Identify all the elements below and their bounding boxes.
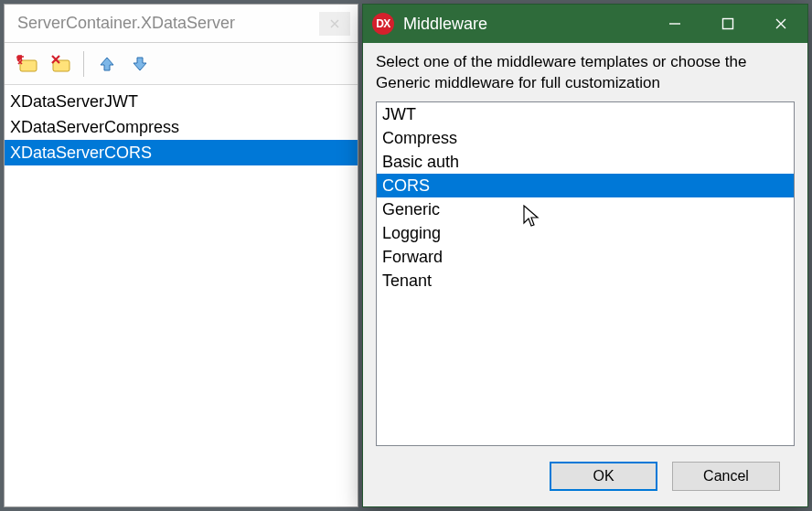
list-item[interactable]: XDataServerCORS xyxy=(5,140,358,165)
list-item[interactable]: JWT xyxy=(377,102,794,126)
list-item[interactable]: XDataServerJWT xyxy=(5,89,358,114)
dialog-instruction: Select one of the middleware templates o… xyxy=(376,52,795,94)
editor-close-button[interactable] xyxy=(319,12,350,36)
list-item[interactable]: Compress xyxy=(377,126,794,150)
add-item-button[interactable] xyxy=(14,50,41,78)
close-icon xyxy=(775,17,787,30)
new-item-icon xyxy=(16,55,38,73)
delete-item-button[interactable] xyxy=(47,50,74,78)
svg-rect-0 xyxy=(20,60,37,71)
svg-rect-7 xyxy=(723,19,733,29)
editor-title: ServerContainer.XDataServer xyxy=(17,14,319,33)
dialog-button-row: OK Cancel xyxy=(376,446,795,506)
close-icon xyxy=(330,19,339,28)
svg-rect-5 xyxy=(53,60,69,71)
editor-list[interactable]: XDataServerJWTXDataServerCompressXDataSe… xyxy=(5,85,358,506)
middleware-listbox[interactable]: JWTCompressBasic authCORSGenericLoggingF… xyxy=(376,101,795,446)
minimize-button[interactable] xyxy=(648,5,701,43)
list-item[interactable]: Logging xyxy=(377,221,794,245)
middleware-dialog: DX Middleware Select one of the middlewa… xyxy=(362,4,808,507)
move-down-button[interactable] xyxy=(126,50,154,78)
editor-toolbar xyxy=(5,43,358,85)
dialog-body: Select one of the middleware templates o… xyxy=(363,43,807,506)
delete-item-icon xyxy=(49,55,71,73)
maximize-icon xyxy=(721,17,734,30)
editor-window: ServerContainer.XDataServer xyxy=(4,4,358,507)
maximize-button[interactable] xyxy=(701,5,754,43)
arrow-down-icon xyxy=(131,55,149,73)
toolbar-separator xyxy=(83,51,84,77)
list-item[interactable]: Forward xyxy=(377,245,794,269)
close-button[interactable] xyxy=(754,5,807,43)
list-item[interactable]: Basic auth xyxy=(377,150,794,174)
list-item[interactable]: Generic xyxy=(377,197,794,221)
list-item[interactable]: CORS xyxy=(377,174,794,197)
ok-button[interactable]: OK xyxy=(550,462,657,491)
editor-titlebar: ServerContainer.XDataServer xyxy=(5,5,358,43)
cancel-button[interactable]: Cancel xyxy=(672,462,780,491)
list-item[interactable]: XDataServerCompress xyxy=(5,114,358,140)
list-item[interactable]: Tenant xyxy=(377,269,794,293)
move-up-button[interactable] xyxy=(93,50,121,78)
app-badge-icon: DX xyxy=(372,13,394,35)
arrow-up-icon xyxy=(98,55,116,73)
dialog-title: Middleware xyxy=(403,15,648,34)
dialog-titlebar: DX Middleware xyxy=(363,5,807,43)
minimize-icon xyxy=(668,17,681,30)
